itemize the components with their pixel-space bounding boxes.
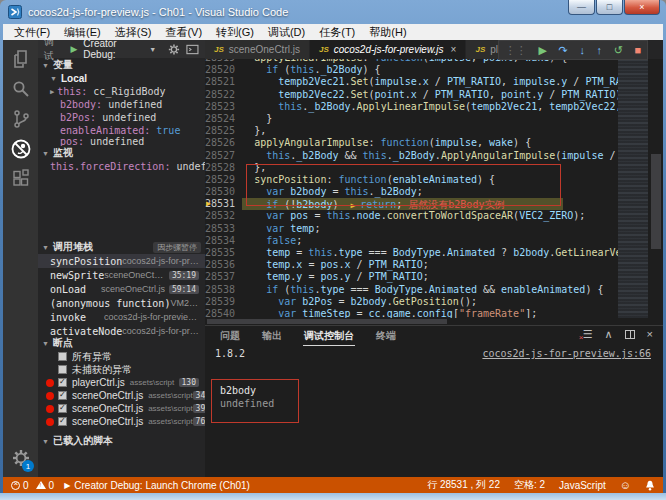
stack-frame-row[interactable]: syncPositioncocos2d-js-for-previ...: [38, 254, 205, 268]
tab-sceneOneCtrl.js[interactable]: JSsceneOneCtrl.js: [205, 40, 309, 59]
panel-tab-调试控制台[interactable]: 调试控制台: [303, 327, 355, 346]
stack-frame-row[interactable]: activateNodecocos2d-js-for-previ: [38, 324, 205, 336]
code-line: 28523 this._b2Body.ApplyLinearImpulse(te…: [205, 101, 618, 113]
breakpoint-checkbox[interactable]: [58, 391, 67, 400]
step-into-button[interactable]: ↓: [579, 45, 585, 56]
code-text: temp.x = pos.x / PTM_RATIO;: [242, 259, 429, 271]
clear-console-icon[interactable]: ☰×: [583, 329, 593, 340]
variable-row[interactable]: pos: undefined: [38, 137, 205, 146]
variable-row[interactable]: ▶this: cc_RigidBody: [38, 85, 205, 98]
indentation-status[interactable]: 空格: 2: [514, 478, 545, 492]
split-panel-icon[interactable]: [625, 330, 635, 339]
panel-tab-问题[interactable]: 问题: [219, 327, 241, 346]
code-text: var temp;: [242, 223, 320, 235]
breakpoints-header[interactable]: ▼ 断点: [38, 336, 205, 350]
variable-row[interactable]: enableAnimated: true: [38, 124, 205, 137]
close-panel-icon[interactable]: ×: [647, 329, 653, 340]
exception-breakpoint-row[interactable]: 所有异常: [38, 350, 205, 363]
continue-button[interactable]: ▶: [538, 45, 546, 56]
maximize-button[interactable]: □: [596, 0, 623, 15]
search-icon[interactable]: [3, 74, 38, 104]
breakpoint-row[interactable]: sceneOneCtrl.jsassets\script39: [38, 402, 205, 415]
stack-frame-row[interactable]: onLoadsceneOneCtrl.js59:14: [38, 282, 205, 296]
debug-target-status[interactable]: ▶ Creator Debug: Launch Chrome (Ch01): [64, 480, 250, 491]
menu-item[interactable]: 任务(T): [312, 24, 362, 40]
start-debug-icon[interactable]: ▶: [70, 44, 77, 54]
code-line: 28526 applyAngularImpulse: function(impu…: [205, 137, 618, 149]
explorer-icon[interactable]: [3, 44, 38, 74]
watch-row[interactable]: this.forceDirection: undefined: [38, 160, 205, 173]
warning-count: 0: [49, 480, 55, 491]
debug-console-toggle-icon[interactable]: [186, 44, 199, 55]
breakpoint-row[interactable]: playerCtrl.jsassets\script130: [38, 376, 205, 389]
vertical-scrollbar[interactable]: [649, 59, 663, 318]
extensions-icon[interactable]: [3, 164, 38, 194]
exception-checkbox[interactable]: [58, 365, 67, 374]
breakpoint-checkbox[interactable]: [58, 417, 67, 426]
menu-item[interactable]: 转到(G): [209, 24, 261, 40]
exception-checkbox[interactable]: [58, 352, 67, 361]
line-number: 28527: [205, 150, 240, 162]
stop-button[interactable]: ■: [634, 45, 641, 56]
variable-row[interactable]: b2body: undefined: [38, 98, 205, 111]
watch-header[interactable]: ▼ 监视: [38, 146, 205, 160]
panel-tab-输出[interactable]: 输出: [261, 327, 283, 346]
stack-frame-row[interactable]: invokecocos2d-js-for-preview.js: [38, 310, 205, 324]
tab-cocos2d-js-for-preview.js[interactable]: JScocos2d-js-for-preview.js×: [310, 40, 466, 59]
variables-section: ▼ 变量 ▼ Local ▶this: cc_RigidBodyb2body: …: [38, 58, 205, 146]
horizontal-scrollbar[interactable]: [205, 318, 618, 325]
settings-gear-icon[interactable]: 1: [3, 443, 38, 473]
line-number: 28529: [205, 174, 240, 186]
variable-value: true: [156, 125, 180, 136]
debug-icon[interactable]: [3, 134, 38, 164]
chevron-down-icon[interactable]: ▼: [149, 46, 156, 53]
step-over-button[interactable]: ↷: [559, 45, 568, 56]
step-out-button[interactable]: ↑: [597, 45, 603, 56]
menu-item[interactable]: 文件(F): [7, 24, 57, 40]
close-button[interactable]: ×: [624, 0, 660, 15]
breakpoint-row[interactable]: sceneOneCtrl.jsassets\script34: [38, 389, 205, 402]
console-source-link[interactable]: cocos2d-js-for-preview.js:66: [482, 348, 651, 359]
call-stack-header[interactable]: ▼ 调用堆栈 因步骤暂停: [38, 240, 205, 254]
notifications-bell-icon[interactable]: [645, 480, 655, 491]
breakpoint-row[interactable]: sceneOneCtrl.jsassets\script76: [38, 415, 205, 428]
menu-item[interactable]: 帮助(H): [362, 24, 413, 40]
stack-frame-row[interactable]: newSpritesceneOneCtrl.js35:19: [38, 268, 205, 282]
loaded-scripts-header[interactable]: ▼ 已载入的脚本: [38, 434, 205, 448]
scope-row[interactable]: ▼ Local: [38, 72, 205, 85]
breakpoint-checkbox[interactable]: [58, 404, 67, 413]
menu-item[interactable]: 调试(D): [261, 24, 312, 40]
panel-tab-终端[interactable]: 终端: [375, 327, 397, 346]
feedback-smiley-icon[interactable]: ☺: [620, 479, 631, 491]
source-control-icon[interactable]: [3, 104, 38, 134]
maximize-panel-icon[interactable]: ∧: [605, 329, 613, 340]
configure-gear-icon[interactable]: [168, 43, 180, 56]
debug-config-dropdown[interactable]: Creator Debug:: [83, 40, 146, 60]
menu-item[interactable]: 查看(V): [158, 24, 209, 40]
problems-status[interactable]: 0 0: [11, 480, 54, 491]
debug-console-content[interactable]: 1.8.2 cocos2d-js-for-preview.js:66 b2bod…: [205, 346, 663, 477]
variable-value: cc_RigidBody: [93, 86, 165, 97]
tab-close-icon[interactable]: ×: [451, 44, 457, 55]
cursor-position-status[interactable]: 行 28531 , 列 22: [427, 478, 500, 492]
code-line: 28538 if (this.type === BodyType.Animate…: [205, 284, 618, 296]
code-text: false;: [242, 235, 302, 247]
restart-button[interactable]: ↺: [614, 45, 623, 56]
window-controls: — □ ×: [567, 0, 660, 15]
variables-header[interactable]: ▼ 变量: [38, 58, 205, 72]
minimize-button[interactable]: —: [568, 0, 595, 15]
exception-breakpoint-row[interactable]: 未捕获的异常: [38, 363, 205, 376]
title-bar[interactable]: cocos2d-js-for-preview.js - Ch01 - Visua…: [0, 0, 666, 24]
code-text: this._b2Body && this._b2Body.ApplyAngula…: [242, 150, 618, 162]
drag-handle[interactable]: ⋮⋮: [505, 45, 527, 56]
minimap[interactable]: [618, 59, 648, 318]
language-mode-status[interactable]: JavaScript: [559, 480, 606, 491]
breakpoints-title: 断点: [53, 336, 73, 350]
code-text: if (this.type === BodyType.Animated && e…: [242, 284, 603, 296]
variable-row[interactable]: b2Pos: undefined: [38, 111, 205, 124]
code-text: if (this._b2Body) {: [242, 64, 381, 76]
menu-item[interactable]: 选择(S): [108, 24, 159, 40]
stack-frame-row[interactable]: (anonymous function)VM2274: [38, 296, 205, 310]
menu-item[interactable]: 编辑(E): [57, 24, 108, 40]
breakpoint-checkbox[interactable]: [58, 378, 67, 387]
